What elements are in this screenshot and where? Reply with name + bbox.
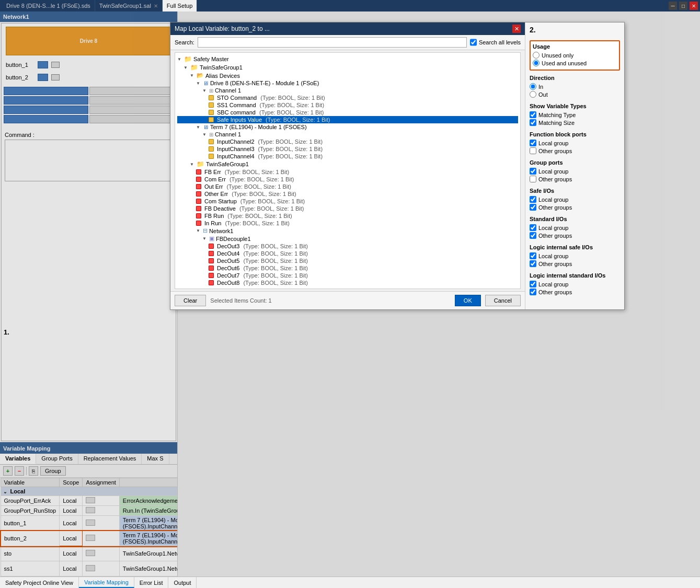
matching-type-checkbox[interactable] [530, 111, 536, 118]
clear-button[interactable]: Clear [175, 295, 206, 306]
lstd-local-checkbox[interactable] [530, 281, 536, 287]
group-ports-section: Group ports Local group Other groups [530, 159, 620, 183]
tab-sds[interactable]: Drive 8 (DEN-S...le 1 (FSoE).sds [2, 0, 95, 11]
modal-close-button[interactable]: ✕ [512, 25, 521, 33]
tree-item-term7[interactable]: 🖥 Term 7 (EL1904) - Module 1 (FSOES) [177, 123, 518, 131]
fb-local-checkbox[interactable] [530, 140, 536, 146]
fb-ports-title: Function block ports [530, 131, 620, 137]
tree-label-inputch4: InputChannel4 [217, 153, 255, 159]
tree-item-ss1-cmd[interactable]: SS1 Command (Type: BOOL, Size: 1 Bit) [177, 101, 518, 109]
tree-label-decout8: DecOut8 [217, 280, 239, 286]
gp-local-label: Local group [538, 168, 569, 175]
tree-item-term7-ch1[interactable]: ⊞ Channel 1 [177, 131, 518, 138]
gp-other-checkbox[interactable] [530, 176, 536, 182]
gp-local-checkbox[interactable] [530, 168, 536, 175]
tab-sal[interactable]: TwinSafeGroup1.sal ✕ [95, 0, 163, 11]
safe-local-checkbox[interactable] [530, 196, 536, 203]
tree-item-channel1[interactable]: ⊞ Channel 1 [177, 87, 518, 94]
tree-type-sto: (Type: BOOL, Size: 1 Bit) [260, 95, 325, 101]
tree-item-decout7[interactable]: DecOut7 (Type: BOOL, Size: 1 Bit) [177, 272, 518, 279]
var-icon-decout5 [209, 258, 214, 263]
tree-label-alias: Alias Devices [205, 73, 240, 79]
used-unused-radio[interactable] [533, 60, 540, 66]
tree-item-safety-master[interactable]: 📁 Safety Master [177, 55, 518, 63]
var-icon-other-err [196, 191, 201, 197]
tree-item-decout5[interactable]: DecOut5 (Type: BOOL, Size: 1 Bit) [177, 257, 518, 264]
drive-icon-drive8: 🖥 [203, 80, 209, 86]
lsafe-local-checkbox[interactable] [530, 252, 536, 259]
modal-tree[interactable]: 📁 Safety Master 📁 TwinSafeGroup1 � [175, 52, 521, 289]
std-other-checkbox[interactable] [530, 232, 536, 239]
search-input[interactable] [198, 37, 467, 48]
tree-type-ss1: (Type: BOOL, Size: 1 Bit) [260, 102, 325, 108]
tab-output[interactable]: Output [168, 577, 197, 588]
tree-item-out-err[interactable]: Out Err (Type: BOOL, Size: 1 Bit) [177, 183, 518, 190]
tree-item-alias-devices[interactable]: 📂 Alias Devices [177, 72, 518, 79]
tree-item-com-err[interactable]: Com Err (Type: BOOL, Size: 1 Bit) [177, 176, 518, 183]
search-all-levels-checkbox[interactable] [470, 37, 477, 48]
tree-item-fb-err[interactable]: FB Err (Type: BOOL, Size: 1 Bit) [177, 168, 518, 176]
tree-arrow-term7 [196, 125, 200, 130]
tree-item-safe-inputs[interactable]: Safe Inputs Value (Type: BOOL, Size: 1 B… [177, 116, 518, 123]
lstd-other-checkbox[interactable] [530, 289, 536, 295]
safe-other-checkbox[interactable] [530, 204, 536, 211]
usage-section: Usage Unused only Used and unused [530, 40, 620, 71]
tree-item-com-startup[interactable]: Com Startup (Type: BOOL, Size: 1 Bit) [177, 198, 518, 205]
tree-item-in-run[interactable]: In Run (Type: BOOL, Size: 1 Bit) [177, 220, 518, 227]
tree-type-com-err: (Type: BOOL, Size: 1 Bit) [229, 176, 294, 182]
tree-item-sbc-cmd[interactable]: SBC command (Type: BOOL, Size: 1 Bit) [177, 109, 518, 116]
right-panel: 2. Usage Unused only Used and unused [525, 22, 624, 309]
var-icon-fb-run [196, 213, 201, 218]
lsafe-other-option: Other groups [530, 260, 620, 267]
tab-sal-close[interactable]: ✕ [154, 3, 158, 9]
tab-error-list[interactable]: Error List [134, 577, 169, 588]
tree-item-tsg1-second[interactable]: 📁 TwinSafeGroup1 [177, 160, 518, 168]
tree-item-drive8[interactable]: 🖥 Drive 8 (DEN-S-NET-E) - Module 1 (FSoE… [177, 79, 518, 87]
tree-label-decout7: DecOut7 [217, 272, 239, 279]
tab-full-setup[interactable]: Full Setup [163, 0, 198, 11]
tree-item-inputchannel2[interactable]: InputChannel2 (Type: BOOL, Size: 1 Bit) [177, 138, 518, 145]
tree-item-decout3[interactable]: DecOut3 (Type: BOOL, Size: 1 Bit) [177, 243, 518, 250]
dir-in-radio[interactable] [530, 83, 536, 90]
dir-out-radio[interactable] [530, 91, 536, 98]
lsafe-other-checkbox[interactable] [530, 260, 536, 267]
tree-label-net1: Network1 [209, 228, 233, 234]
group-ports-title: Group ports [530, 159, 620, 166]
tree-item-inputchannel3[interactable]: InputChannel3 (Type: BOOL, Size: 1 Bit) [177, 145, 518, 153]
search-all-container: Search all levels [470, 37, 521, 48]
tree-item-decout4[interactable]: DecOut4 (Type: BOOL, Size: 1 Bit) [177, 250, 518, 257]
tab-safety-project[interactable]: Safety Project Online View [0, 577, 79, 588]
tree-item-decout8[interactable]: DecOut8 (Type: BOOL, Size: 1 Bit) [177, 279, 518, 286]
tree-label-com-startup: Com Startup [204, 198, 237, 204]
cancel-button[interactable]: Cancel [485, 295, 521, 306]
fb-other-checkbox[interactable] [530, 147, 536, 154]
tree-type-inputch3: (Type: BOOL, Size: 1 Bit) [258, 146, 323, 152]
tree-item-inputchannel4[interactable]: InputChannel4 (Type: BOOL, Size: 1 Bit) [177, 153, 518, 160]
tree-item-fbdecouple1[interactable]: ▣ FBDecouple1 [177, 235, 518, 243]
tree-item-fb-deactive[interactable]: FB Deactive (Type: BOOL, Size: 1 Bit) [177, 205, 518, 212]
lstd-local-label: Local group [538, 281, 569, 287]
tab-variable-mapping[interactable]: Variable Mapping [79, 577, 134, 588]
ok-button[interactable]: OK [455, 295, 481, 306]
matching-size-checkbox[interactable] [530, 119, 536, 126]
used-unused-option: Used and unused [533, 60, 617, 66]
tree-item-sto-cmd[interactable]: STO Command (Type: BOOL, Size: 1 Bit) [177, 94, 518, 101]
tree-item-network1[interactable]: ⊟ Network1 [177, 227, 518, 235]
close-button[interactable]: ✕ [690, 2, 698, 10]
fb-local-option: Local group [530, 140, 620, 146]
tree-type-decout6: (Type: BOOL, Size: 1 Bit) [243, 265, 308, 271]
maximize-button[interactable]: □ [679, 2, 687, 10]
std-local-checkbox[interactable] [530, 224, 536, 231]
var-icon-sbc [209, 110, 214, 115]
std-local-label: Local group [538, 225, 569, 231]
tree-item-other-err[interactable]: Other Err (Type: BOOL, Size: 1 Bit) [177, 190, 518, 198]
tree-item-fb-run[interactable]: FB Run (Type: BOOL, Size: 1 Bit) [177, 212, 518, 220]
var-icon-decout3 [209, 244, 214, 249]
safe-ios-title: Safe I/Os [530, 188, 620, 194]
minimize-button[interactable]: ─ [669, 2, 677, 10]
unused-only-radio[interactable] [533, 52, 540, 59]
tree-item-decout6[interactable]: DecOut6 (Type: BOOL, Size: 1 Bit) [177, 264, 518, 272]
tree-item-twinsafegroup1[interactable]: 📁 TwinSafeGroup1 [177, 63, 518, 72]
used-unused-label: Used and unused [542, 60, 587, 66]
status-bar: Safety Project Online View Variable Mapp… [0, 577, 700, 588]
